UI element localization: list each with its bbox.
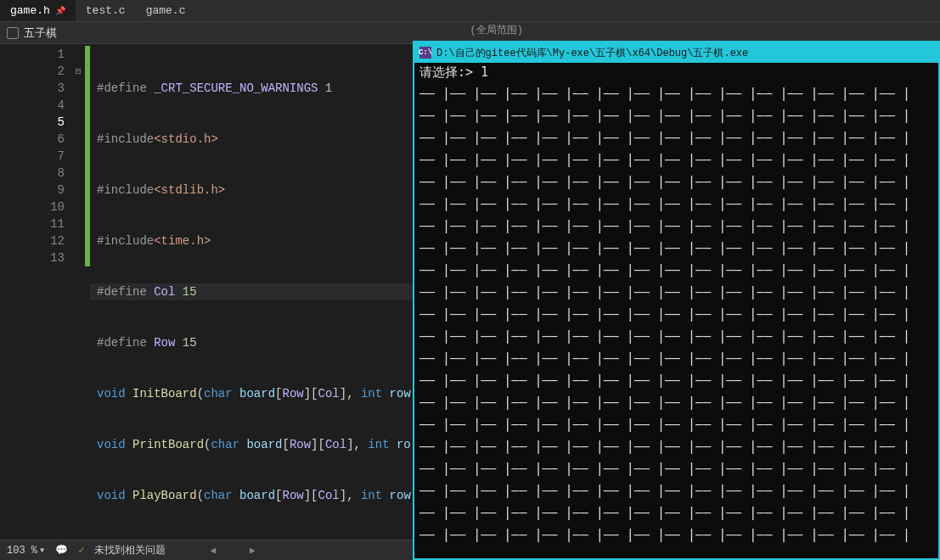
tab-game-h[interactable]: game.h 📌 [0,0,76,21]
horizontal-scroll[interactable]: ◀ ▶ [210,545,255,556]
tab-label: test.c [86,4,126,17]
tab-bar: game.h 📌 test.c game.c [0,0,940,22]
tab-test-c[interactable]: test.c [76,0,136,21]
issues-text[interactable]: 未找到相关问题 [94,543,166,557]
game-board: —— |—— |—— |—— |—— |—— |—— |—— |—— |—— |… [419,82,910,546]
console-window[interactable]: C:\ D:\自己的gitee代码库\My-exe\五子棋\x64\Debug\… [413,41,940,560]
scroll-left-icon[interactable]: ◀ [210,545,216,556]
line-number: 8 [0,165,65,182]
breadcrumb-label: 五子棋 [24,25,57,41]
breadcrumb-project[interactable]: 五子棋 [0,25,64,41]
line-gutter: 1 2 3 4 5 6 7 8 9 10 11 12 13 [0,44,71,540]
zoom-level[interactable]: 103 % ▾ [7,544,45,557]
fold-column: ⊟ [71,44,85,540]
console-title: D:\自己的gitee代码库\My-exe\五子棋\x64\Debug\五子棋.… [436,46,748,60]
console-body[interactable]: 请选择:> 1 —— |—— |—— |—— |—— |—— |—— |—— |… [414,63,938,558]
feedback-icon[interactable]: 💬 [55,544,68,557]
line-number: 3 [0,80,65,97]
line-number: 13 [0,249,65,266]
line-number: 6 [0,131,65,148]
fold-toggle-icon[interactable]: ⊟ [71,63,85,80]
scope-dropdown[interactable]: (全局范围) [470,23,523,37]
pin-icon: 📌 [55,6,65,16]
line-number: 4 [0,97,65,114]
file-icon [7,27,19,39]
line-number: 11 [0,216,65,232]
line-number: 1 [0,46,65,63]
line-number: 5 [0,114,65,131]
check-icon: ✓ [78,544,84,557]
console-prompt: 请选择:> 1 [419,64,933,81]
tab-label: game.c [146,4,186,17]
tab-game-c[interactable]: game.c [136,0,196,21]
tab-label: game.h [10,4,50,17]
line-number: 9 [0,182,65,199]
chevron-down-icon: ▾ [39,544,45,557]
line-number: 2 [0,63,65,80]
line-number: 7 [0,148,65,165]
console-titlebar[interactable]: C:\ D:\自己的gitee代码库\My-exe\五子棋\x64\Debug\… [414,42,938,63]
scroll-right-icon[interactable]: ▶ [250,545,256,556]
line-number: 10 [0,199,65,216]
console-icon: C:\ [419,47,431,59]
line-number: 12 [0,232,65,249]
